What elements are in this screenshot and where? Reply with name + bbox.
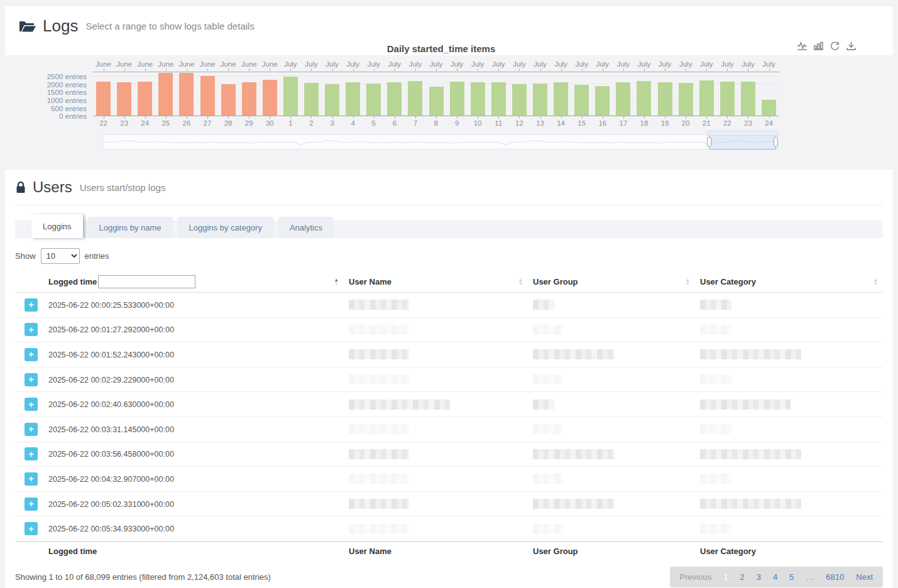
bar-july-18[interactable] — [637, 81, 651, 116]
bar-june-26[interactable] — [179, 73, 194, 116]
lock-icon — [15, 180, 26, 194]
brush-selection-cap[interactable] — [706, 131, 779, 136]
day-label: 28 — [218, 119, 239, 128]
expand-row-button[interactable]: + — [25, 323, 38, 336]
footer-user-category: User Category — [695, 547, 883, 556]
bar-slot — [134, 72, 155, 116]
bar-july-2[interactable] — [304, 83, 319, 116]
bar-july-21[interactable] — [699, 80, 714, 116]
bar-june-23[interactable] — [117, 82, 131, 116]
bar-july-17[interactable] — [616, 82, 630, 116]
bar-july-14[interactable] — [554, 82, 568, 116]
pagination-next[interactable]: Next — [856, 572, 873, 582]
range-brush[interactable] — [102, 134, 778, 150]
pagination-page-6810[interactable]: 6810 — [826, 572, 844, 582]
brush-handle-right[interactable] — [774, 137, 778, 147]
expand-row-button[interactable]: + — [25, 472, 38, 486]
redacted-value — [700, 400, 791, 410]
bar-june-27[interactable] — [200, 76, 215, 116]
bar-july-24[interactable] — [762, 100, 776, 116]
tab-loggins[interactable]: Loggins — [31, 214, 83, 238]
bar-july-1[interactable] — [283, 77, 298, 116]
bar-june-22[interactable] — [96, 82, 111, 116]
bar-july-6[interactable] — [387, 82, 402, 116]
expand-row-button[interactable]: + — [25, 498, 38, 511]
user-group-cell — [528, 499, 695, 509]
line-chart-icon[interactable] — [797, 41, 808, 52]
sort-icon-user-name[interactable]: ▲▼ — [518, 278, 523, 286]
bar-june-30[interactable] — [263, 80, 277, 116]
redacted-value — [533, 524, 563, 534]
month-label: July — [550, 60, 571, 69]
bar-july-3[interactable] — [325, 84, 339, 116]
tab-loggins-by-name[interactable]: Loggins by name — [88, 217, 173, 238]
bar-july-19[interactable] — [658, 82, 672, 116]
logs-panel-header: Logs Select a range to show logs table d… — [19, 16, 893, 36]
bar-july-10[interactable] — [471, 82, 485, 116]
pagination-page-1[interactable]: 1 — [723, 572, 728, 582]
redacted-value — [700, 300, 731, 310]
refresh-icon[interactable] — [830, 41, 840, 52]
column-header-logged-time[interactable]: Logged time ▲▼ — [43, 271, 344, 292]
redacted-value — [533, 400, 554, 410]
user-group-cell — [528, 524, 695, 534]
bar-july-5[interactable] — [366, 84, 381, 116]
expand-row-button[interactable]: + — [25, 398, 38, 411]
sort-icon-user-group[interactable]: ▲▼ — [686, 278, 690, 286]
month-label: June — [176, 60, 197, 69]
column-header-user-category[interactable]: User Category ▲▼ — [695, 271, 883, 292]
pagination-page-5[interactable]: 5 — [789, 572, 794, 582]
sort-icon-user-category[interactable]: ▲▼ — [873, 278, 878, 286]
day-label: 18 — [633, 119, 654, 128]
logs-panel: Logs Select a range to show logs table d… — [5, 6, 893, 55]
sort-icon-logged-time[interactable]: ▲▼ — [334, 278, 339, 286]
pagination-page-3[interactable]: 3 — [757, 572, 761, 582]
column-header-user-name[interactable]: User Name ▲▼ — [344, 271, 528, 292]
bar-july-9[interactable] — [450, 82, 464, 116]
bar-july-13[interactable] — [533, 84, 547, 116]
bar-chart-icon[interactable] — [813, 41, 824, 52]
pagination: Previous12345…6810Next — [670, 567, 883, 587]
expand-row-button[interactable]: + — [25, 348, 38, 361]
table-bottom-bar: Showing 1 to 10 of 68,099 entries (filte… — [15, 567, 883, 587]
day-label: 11 — [488, 119, 509, 128]
bar-july-23[interactable] — [741, 82, 755, 116]
bar-june-24[interactable] — [138, 82, 152, 116]
pagination-page-4[interactable]: 4 — [773, 572, 777, 582]
column-header-user-group[interactable]: User Group ▲▼ — [528, 271, 695, 292]
tab-analytics[interactable]: Analytics — [278, 217, 334, 238]
day-label: 6 — [384, 119, 405, 128]
month-label: July — [301, 60, 322, 69]
redacted-value — [533, 349, 615, 359]
month-label: July — [676, 60, 696, 69]
bar-june-28[interactable] — [221, 84, 236, 116]
bar-july-7[interactable] — [408, 81, 422, 116]
pagination-previous[interactable]: Previous — [680, 572, 712, 582]
bar-july-22[interactable] — [720, 82, 735, 116]
expand-row-button[interactable]: + — [25, 447, 38, 460]
bar-july-4[interactable] — [346, 82, 360, 116]
page-length-select[interactable]: 10 — [41, 248, 80, 264]
bar-july-12[interactable] — [512, 84, 527, 116]
expand-row-button[interactable]: + — [25, 423, 38, 436]
bar-july-15[interactable] — [574, 85, 589, 116]
tab-loggins-by-category[interactable]: Loggins by category — [178, 217, 273, 238]
bar-july-20[interactable] — [679, 83, 693, 116]
y-tick-label: 1500 entries — [47, 89, 87, 96]
brush-selection[interactable] — [709, 134, 776, 150]
logged-time-filter-input[interactable] — [98, 275, 195, 288]
expand-row-button[interactable]: + — [25, 373, 38, 386]
bar-july-11[interactable] — [491, 82, 506, 116]
bar-july-8[interactable] — [429, 87, 444, 116]
download-icon[interactable] — [846, 41, 857, 52]
pagination-page-2[interactable]: 2 — [740, 572, 744, 582]
month-label: July — [696, 60, 717, 69]
user-category-cell — [695, 499, 883, 509]
expand-row-button[interactable]: + — [25, 522, 38, 535]
brush-handle-left[interactable] — [707, 137, 711, 147]
expand-row-button[interactable]: + — [25, 298, 38, 312]
bar-june-25[interactable] — [158, 73, 173, 116]
bar-june-29[interactable] — [242, 82, 256, 116]
expand-cell: + — [15, 373, 43, 386]
bar-july-16[interactable] — [595, 86, 610, 116]
